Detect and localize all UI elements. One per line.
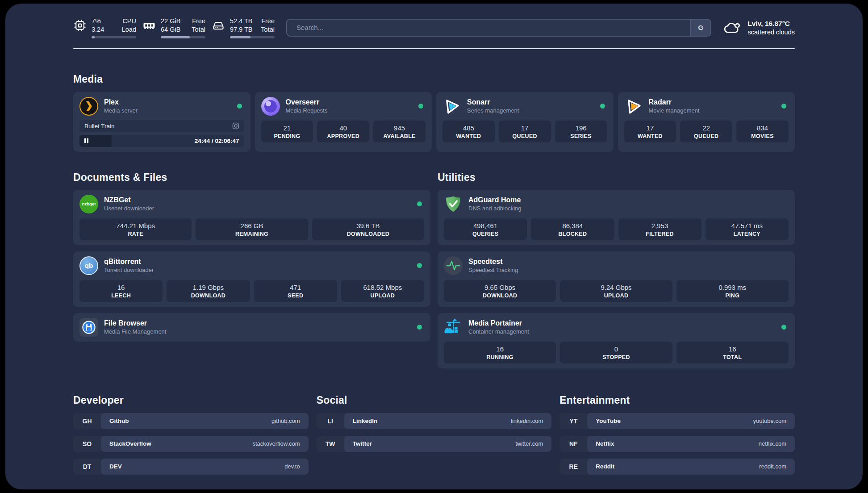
- link-row-reddit[interactable]: RE Redditreddit.com: [559, 459, 795, 475]
- status-dot: [237, 104, 242, 109]
- app-card-portainer[interactable]: Media Portainer Container management 16 …: [438, 313, 795, 368]
- stat-value: 86,384: [533, 222, 612, 230]
- link-row-stackoverflow[interactable]: SO StackOverflowstackoverflow.com: [73, 436, 309, 452]
- stat-value: 9.24 Gbps: [562, 284, 670, 291]
- stat-label: STOPPED: [562, 354, 670, 360]
- app-card-overseerr[interactable]: Overseerr Media Requests 21 PENDING 40 A…: [255, 92, 432, 152]
- stat-label: TOTAL: [678, 354, 787, 360]
- stat-value: 834: [738, 124, 787, 132]
- stat-box: 834 MOVIES: [736, 121, 789, 142]
- stat-box: 2,953 FILTERED: [618, 218, 701, 240]
- app-description: Container management: [468, 328, 776, 335]
- disk-total-label: Total: [261, 25, 275, 34]
- app-card-speedtest[interactable]: Speedtest Speedtest Tracking 9.65 Gbps D…: [438, 251, 795, 307]
- stat-value: 618.52 Mbps: [343, 284, 422, 291]
- stat-value: 17: [501, 124, 549, 132]
- stat-label: MOVIES: [738, 133, 787, 139]
- stat-box: 86,384 BLOCKED: [531, 218, 614, 240]
- app-card-plex[interactable]: Plex Media server Bullet Train: [73, 92, 250, 152]
- stat-value: 21: [263, 124, 312, 132]
- app-title: NZBGet: [104, 196, 411, 204]
- stat-value: 40: [319, 124, 367, 132]
- stat-value: 0.993 ms: [678, 284, 787, 291]
- stat-box: 618.52 Mbps UPLOAD: [341, 280, 424, 302]
- now-playing-title: Bullet Train: [84, 123, 115, 130]
- stat-value: 2,953: [620, 222, 700, 230]
- pause-icon[interactable]: [84, 138, 88, 143]
- stat-box: 498,461 QUERIES: [444, 218, 527, 240]
- link-row-github[interactable]: GH Githubgithub.com: [73, 413, 309, 429]
- link-row-youtube[interactable]: YT YouTubeyoutube.com: [559, 413, 795, 429]
- app-title: File Browser: [104, 319, 411, 327]
- link-abbr: YT: [559, 413, 587, 429]
- app-description: Media File Management: [104, 328, 411, 335]
- stat-label: RUNNING: [446, 354, 554, 360]
- section-title-social: Social: [317, 394, 552, 406]
- app-description: Movie management: [649, 107, 776, 114]
- stat-label: WANTED: [444, 133, 493, 139]
- now-playing-row: Bullet Train: [79, 120, 244, 132]
- app-card-qbittorrent[interactable]: qb qBittorrent Torrent downloader 16 LEE…: [73, 251, 430, 307]
- stat-value: 945: [375, 124, 424, 132]
- section-entertainment: Entertainment YT YouTubeyoutube.com NF N…: [559, 394, 795, 475]
- stat-box: 16 TOTAL: [676, 342, 789, 363]
- filebrowser-icon: [79, 318, 98, 337]
- stat-label: SERIES: [557, 133, 605, 139]
- weather-condition: scattered clouds: [747, 29, 795, 36]
- link-row-dev[interactable]: DT DEVdev.to: [73, 459, 309, 475]
- stat-label: SEED: [256, 292, 335, 299]
- stat-box: 0 STOPPED: [560, 342, 672, 363]
- app-card-radarr[interactable]: Radarr Movie management 17 WANTED 22 QUE…: [618, 92, 795, 152]
- search-bar: G: [286, 19, 711, 37]
- stat-box: 17 QUEUED: [499, 121, 551, 142]
- link-abbr: RE: [559, 459, 587, 475]
- nzbget-icon: nzbget: [79, 195, 98, 213]
- app-card-adguard[interactable]: AdGuard Home DNS and adblocking 498,461 …: [438, 190, 795, 245]
- memory-icon: [142, 19, 156, 32]
- link-row-linkedin[interactable]: LI LinkedInlinkedin.com: [317, 413, 552, 429]
- app-card-filebrowser[interactable]: File Browser Media File Management: [73, 313, 430, 342]
- link-domain: stackoverflow.com: [252, 440, 300, 447]
- stat-value: 39.6 TB: [314, 222, 422, 230]
- memory-total-label: Total: [192, 25, 205, 34]
- link-domain: linkedin.com: [511, 418, 543, 424]
- stat-box: 945 AVAILABLE: [373, 121, 426, 142]
- app-title: Overseerr: [286, 98, 413, 106]
- link-domain: github.com: [271, 418, 300, 424]
- link-row-netflix[interactable]: NF Netflixnetflix.com: [559, 436, 795, 452]
- stat-label: DOWNLOADED: [314, 231, 422, 237]
- session-target-icon[interactable]: [232, 122, 239, 130]
- memory-stat: 22 GiB Free 64 GiB Total: [142, 17, 205, 38]
- link-name: DEV: [109, 463, 122, 470]
- playback-progress-bar[interactable]: 24:44 / 02:06:47: [79, 135, 244, 147]
- app-description: Speedtest Tracking: [468, 267, 789, 273]
- stat-value: 22: [682, 124, 730, 132]
- stat-label: UPLOAD: [343, 292, 422, 299]
- stat-label: QUERIES: [446, 231, 525, 237]
- link-name: Reddit: [596, 463, 614, 470]
- stat-value: 196: [557, 124, 605, 132]
- stat-box: 16 RUNNING: [444, 342, 556, 363]
- status-dot: [781, 104, 786, 109]
- stat-label: LEECH: [81, 292, 161, 299]
- stat-label: RATE: [81, 231, 190, 237]
- section-utilities: Utilities AdGuard Home: [438, 171, 795, 368]
- search-engine-button[interactable]: G: [690, 20, 710, 36]
- qbittorrent-icon: qb: [79, 256, 98, 275]
- stat-label: AVAILABLE: [375, 133, 424, 139]
- stat-value: 16: [678, 345, 787, 353]
- stat-label: UPLOAD: [562, 292, 670, 299]
- app-card-sonarr[interactable]: Sonarr Series management 485 WANTED 17 Q…: [436, 92, 613, 152]
- app-title: Radarr: [649, 98, 776, 106]
- memory-progress-bar: [161, 36, 205, 38]
- link-domain: dev.to: [284, 463, 300, 470]
- app-title: qBittorrent: [104, 258, 411, 266]
- disk-progress-bar: [230, 36, 275, 38]
- stat-box: 471 SEED: [254, 280, 337, 302]
- stat-box: 9.65 Gbps DOWNLOAD: [444, 280, 556, 302]
- link-row-twitter[interactable]: TW Twittertwitter.com: [317, 436, 552, 452]
- link-abbr: LI: [317, 413, 344, 429]
- search-input[interactable]: [287, 20, 690, 36]
- disk-free-label: Free: [261, 17, 275, 25]
- app-card-nzbget[interactable]: nzbget NZBGet Usenet downloader 744.21 M…: [73, 190, 430, 245]
